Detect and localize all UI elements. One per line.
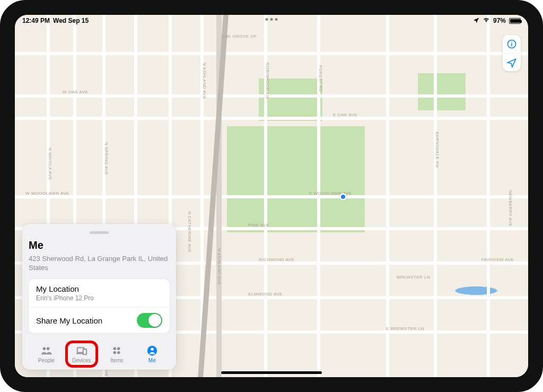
me-panel[interactable]: Me 423 Sherwood Rd, La Grange Park IL, U…	[22, 224, 176, 370]
svg-point-7	[113, 347, 117, 351]
panel-title: Me	[29, 239, 170, 251]
devices-icon	[76, 345, 87, 356]
my-location-device: Erin's iPhone 12 Pro	[36, 294, 94, 302]
current-location-dot[interactable]	[339, 193, 347, 201]
share-location-label: Share My Location	[36, 316, 102, 325]
street-label: BARNSDALE RD	[435, 132, 440, 168]
location-services-icon	[473, 17, 479, 25]
tab-items-label: Items	[110, 358, 123, 363]
svg-point-3	[43, 347, 46, 351]
tab-people[interactable]: People	[29, 343, 64, 365]
street-label: NEWBERRY AVE	[508, 190, 513, 227]
my-location-row[interactable]: My Location Erin's iPhone 12 Pro	[29, 279, 170, 307]
street-label: PINE AVE	[248, 223, 269, 228]
tab-people-label: People	[38, 358, 55, 363]
street-label: W WOODLAWN AVE	[25, 191, 69, 196]
people-icon	[40, 345, 52, 356]
wifi-icon	[483, 17, 490, 25]
battery-icon	[509, 18, 521, 24]
tab-items[interactable]: Items	[99, 343, 135, 365]
status-date: Wed Sep 15	[53, 17, 89, 24]
street-label: W OAK AVE	[63, 90, 88, 94]
multitask-dots[interactable]	[266, 18, 278, 21]
street-label: N SPRING AVE	[104, 142, 109, 175]
map-info-button[interactable]	[503, 35, 521, 53]
panel-address: 423 Sherwood Rd, La Grange Park IL, Unit…	[29, 255, 170, 273]
tab-devices[interactable]: Devices	[64, 343, 100, 365]
street-label: E OAK AVE	[333, 112, 357, 117]
share-location-row: Share My Location	[29, 307, 170, 333]
svg-point-9	[113, 351, 117, 354]
items-icon	[111, 345, 122, 356]
svg-point-4	[47, 347, 50, 351]
svg-rect-6	[83, 349, 86, 354]
tab-me[interactable]: Me	[135, 343, 170, 365]
status-time: 12:49 PM	[22, 17, 50, 24]
recenter-button[interactable]	[503, 53, 521, 71]
street-label: ELMWOOD AVE	[248, 292, 283, 297]
home-indicator[interactable]	[221, 371, 322, 374]
status-bar: 12:49 PM Wed Sep 15 97%	[15, 15, 528, 27]
me-icon	[146, 345, 158, 356]
tab-devices-label: Devices	[72, 358, 91, 363]
street-label: FAIRVIEW AVE	[481, 257, 514, 262]
me-settings-card: My Location Erin's iPhone 12 Pro Share M…	[29, 279, 170, 333]
street-label: FOREST RD	[318, 65, 323, 92]
street-label: BREWSTER LN	[397, 275, 430, 280]
share-location-toggle[interactable]	[137, 313, 162, 328]
street-label: The Grove of	[222, 34, 257, 39]
street-label: N ASHLAND AVE	[202, 63, 207, 99]
svg-point-2	[511, 41, 512, 42]
street-label: ROBINHOOD LN	[265, 63, 270, 99]
street-label: N CATHERINE AVE	[187, 211, 192, 252]
battery-percent: 97%	[493, 17, 506, 24]
svg-point-10	[117, 351, 120, 354]
my-location-label: My Location	[36, 284, 94, 293]
street-label: N ASHLAND AVE	[217, 248, 222, 285]
panel-grabber[interactable]	[90, 231, 109, 234]
tab-me-label: Me	[148, 358, 156, 363]
map-controls	[503, 35, 521, 71]
street-label: N WAIOLA AVE	[48, 147, 52, 180]
tab-bar: People Devices Items Me	[29, 341, 170, 365]
ipad-frame: The Grove of W OAK AVE E OAK AVE W WOODL…	[0, 0, 543, 392]
street-label: RICHMOND AVE	[259, 257, 294, 262]
screen: The Grove of W OAK AVE E OAK AVE W WOODL…	[15, 15, 528, 377]
svg-point-12	[151, 348, 154, 351]
street-label: E BREWSTER LN	[386, 326, 424, 331]
svg-point-8	[117, 347, 120, 351]
